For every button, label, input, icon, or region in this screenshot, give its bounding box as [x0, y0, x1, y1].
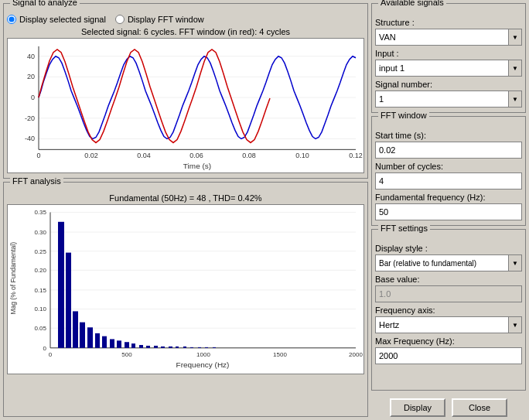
- signal-number-select[interactable]: 1: [375, 90, 522, 108]
- svg-rect-53: [102, 336, 107, 348]
- start-time-input[interactable]: [375, 142, 522, 159]
- num-cycles-label: Number of cycles:: [375, 162, 522, 171]
- svg-rect-55: [117, 340, 121, 347]
- main-container: Signal to analyze Display selected signa…: [0, 0, 529, 420]
- svg-text:Time (s): Time (s): [183, 162, 211, 170]
- base-value-label: Base value:: [375, 275, 522, 284]
- svg-text:0.02: 0.02: [84, 152, 98, 159]
- svg-text:1500: 1500: [273, 351, 287, 358]
- svg-rect-54: [110, 339, 114, 347]
- available-signals-group: Available signals Structure : VAN ▼ Inpu…: [371, 3, 526, 113]
- available-signals-title: Available signals: [378, 0, 446, 7]
- svg-rect-60: [154, 346, 158, 348]
- svg-rect-61: [161, 347, 165, 348]
- structure-dropdown[interactable]: VAN ▼: [375, 29, 522, 46]
- svg-text:0.15: 0.15: [34, 287, 46, 294]
- signal-number-dropdown[interactable]: 1 ▼: [375, 90, 522, 108]
- right-panel: Available signals Structure : VAN ▼ Inpu…: [371, 3, 526, 417]
- fund-freq-input[interactable]: [375, 203, 522, 220]
- fft-chart: 0.35 0.30 0.25 0.20 0.15 0.10 0.05 0 0 5…: [7, 204, 364, 374]
- structure-label: Structure :: [375, 18, 522, 27]
- button-row: Display Close: [371, 398, 526, 417]
- fft-analysis-title: FFT analysis: [10, 176, 63, 186]
- svg-text:2000: 2000: [349, 351, 363, 358]
- display-style-select[interactable]: Bar (relative to fundamental): [375, 254, 522, 271]
- svg-rect-68: [213, 347, 216, 348]
- svg-rect-63: [176, 347, 179, 348]
- svg-text:0: 0: [49, 351, 53, 358]
- svg-rect-66: [198, 347, 201, 348]
- svg-rect-67: [205, 347, 208, 348]
- svg-text:0.12: 0.12: [349, 152, 363, 159]
- svg-rect-62: [169, 347, 172, 348]
- close-button[interactable]: Close: [452, 398, 507, 417]
- left-panel: Signal to analyze Display selected signa…: [3, 3, 368, 417]
- svg-rect-0: [8, 39, 363, 172]
- structure-select[interactable]: VAN: [375, 29, 522, 46]
- display-button[interactable]: Display: [390, 398, 445, 417]
- freq-axis-select[interactable]: Hertz: [375, 316, 522, 333]
- input-select[interactable]: input 1: [375, 60, 522, 77]
- svg-rect-65: [190, 347, 193, 348]
- num-cycles-input[interactable]: [375, 172, 522, 190]
- fft-window-title: FFT window: [378, 111, 429, 120]
- svg-rect-56: [125, 342, 129, 348]
- svg-text:Mag (% of Fundamental): Mag (% of Fundamental): [9, 242, 17, 315]
- svg-text:500: 500: [121, 351, 132, 358]
- signal-analyze-title: Signal to analyze: [10, 0, 80, 7]
- svg-text:0.05: 0.05: [34, 325, 46, 332]
- radio-display-fft-label: Display FFT window: [128, 15, 204, 24]
- input-label: Input :: [375, 49, 522, 58]
- svg-text:0: 0: [36, 152, 40, 159]
- signal-chart-title: Selected signal: 6 cycles. FFT window (i…: [7, 27, 364, 36]
- base-value-input: [375, 285, 522, 302]
- svg-rect-64: [183, 347, 186, 348]
- svg-rect-52: [95, 333, 100, 348]
- svg-rect-48: [66, 253, 71, 348]
- svg-rect-49: [73, 311, 78, 347]
- radio-display-signal[interactable]: Display selected signal: [7, 15, 106, 24]
- display-style-dropdown[interactable]: Bar (relative to fundamental) ▼: [375, 254, 522, 271]
- freq-axis-label: Frequency axis:: [375, 306, 522, 315]
- svg-rect-57: [131, 343, 135, 348]
- radio-display-fft[interactable]: Display FFT window: [115, 15, 204, 24]
- signal-chart: 40 20 0 -20 -40 0 0.02 0.04 0.06 0.08 0.…: [7, 38, 364, 173]
- svg-text:1000: 1000: [196, 351, 210, 358]
- svg-text:0.35: 0.35: [34, 210, 46, 217]
- max-freq-label: Max Frequency (Hz):: [375, 336, 522, 346]
- svg-rect-58: [139, 345, 143, 348]
- svg-text:0.06: 0.06: [189, 152, 203, 159]
- svg-text:0.08: 0.08: [242, 152, 256, 159]
- radio-display-signal-label: Display selected signal: [19, 15, 106, 24]
- freq-axis-dropdown[interactable]: Hertz ▼: [375, 316, 522, 333]
- svg-text:0.04: 0.04: [137, 152, 151, 159]
- start-time-label: Start time (s):: [375, 131, 522, 140]
- svg-text:Frequency (Hz): Frequency (Hz): [176, 361, 230, 370]
- svg-text:0.10: 0.10: [34, 306, 46, 313]
- radio-display-fft-input[interactable]: [115, 15, 125, 24]
- svg-rect-59: [146, 346, 150, 348]
- fft-analysis-group: FFT analysis Fundamental (50Hz) = 48 , T…: [3, 182, 368, 417]
- fund-freq-label: Fundamental frequency (Hz):: [375, 193, 522, 202]
- max-freq-input[interactable]: [375, 347, 522, 364]
- svg-text:20: 20: [27, 73, 35, 80]
- svg-text:-40: -40: [25, 135, 35, 143]
- svg-text:40: 40: [27, 53, 35, 60]
- radio-row: Display selected signal Display FFT wind…: [7, 15, 364, 24]
- signal-number-label: Signal number:: [375, 80, 522, 89]
- fft-settings-group: FFT settings Display style : Bar (relati…: [371, 229, 526, 391]
- svg-rect-50: [80, 323, 85, 348]
- svg-text:0.25: 0.25: [34, 248, 46, 255]
- svg-text:0: 0: [43, 345, 47, 352]
- svg-text:0.20: 0.20: [34, 267, 46, 274]
- radio-display-signal-input[interactable]: [7, 15, 16, 24]
- input-dropdown[interactable]: input 1 ▼: [375, 60, 522, 77]
- svg-rect-51: [87, 327, 93, 348]
- fft-settings-title: FFT settings: [378, 224, 430, 233]
- svg-rect-47: [58, 222, 64, 348]
- signal-analyze-group: Signal to analyze Display selected signa…: [3, 3, 368, 179]
- fft-window-group: FFT window Start time (s): Number of cyc…: [371, 116, 526, 226]
- svg-text:0: 0: [31, 94, 35, 101]
- fft-chart-title: Fundamental (50Hz) = 48 , THD= 0.42%: [7, 193, 364, 203]
- svg-text:-20: -20: [25, 114, 35, 122]
